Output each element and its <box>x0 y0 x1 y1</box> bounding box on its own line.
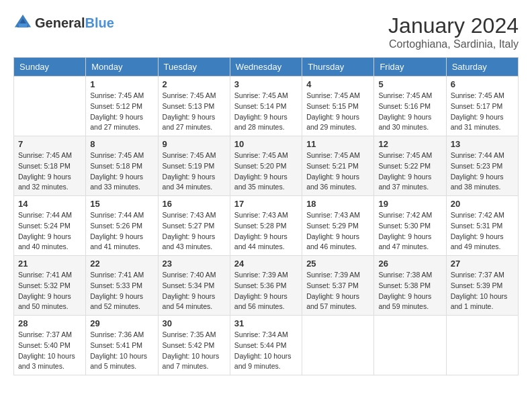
logo-icon <box>13 13 32 32</box>
day-number: 29 <box>90 318 153 328</box>
day-info: Sunrise: 7:45 AMSunset: 5:18 PMDaylight:… <box>90 150 153 193</box>
calendar-cell: 14Sunrise: 7:44 AMSunset: 5:24 PMDayligh… <box>14 196 86 256</box>
calendar-cell: 13Sunrise: 7:44 AMSunset: 5:23 PMDayligh… <box>446 136 518 196</box>
calendar-cell: 30Sunrise: 7:35 AMSunset: 5:42 PMDayligh… <box>158 316 230 375</box>
day-info: Sunrise: 7:44 AMSunset: 5:26 PMDaylight:… <box>90 210 153 253</box>
day-number: 1 <box>90 79 153 89</box>
day-number: 10 <box>234 139 298 149</box>
header-row: SundayMondayTuesdayWednesdayThursdayFrid… <box>14 58 519 77</box>
day-number: 19 <box>378 199 441 209</box>
day-info: Sunrise: 7:34 AMSunset: 5:44 PMDaylight:… <box>234 330 298 372</box>
day-number: 22 <box>90 259 153 269</box>
day-info: Sunrise: 7:45 AMSunset: 5:21 PMDaylight:… <box>306 150 369 193</box>
week-row-0: 1Sunrise: 7:45 AMSunset: 5:12 PMDaylight… <box>14 77 519 136</box>
day-info: Sunrise: 7:45 AMSunset: 5:13 PMDaylight:… <box>163 91 226 133</box>
day-number: 2 <box>163 79 226 89</box>
day-number: 28 <box>18 318 81 328</box>
day-info: Sunrise: 7:42 AMSunset: 5:30 PMDaylight:… <box>378 210 441 253</box>
header-day-saturday: Saturday <box>446 58 518 77</box>
day-info: Sunrise: 7:45 AMSunset: 5:20 PMDaylight:… <box>234 150 298 193</box>
calendar-cell: 22Sunrise: 7:41 AMSunset: 5:33 PMDayligh… <box>86 256 158 316</box>
header-day-wednesday: Wednesday <box>230 58 302 77</box>
location-subtitle: Cortoghiana, Sardinia, Italy <box>388 38 519 50</box>
calendar-cell: 27Sunrise: 7:37 AMSunset: 5:39 PMDayligh… <box>446 256 518 316</box>
day-number: 17 <box>234 199 298 209</box>
day-info: Sunrise: 7:44 AMSunset: 5:24 PMDaylight:… <box>18 210 81 253</box>
calendar-cell: 21Sunrise: 7:41 AMSunset: 5:32 PMDayligh… <box>14 256 86 316</box>
day-info: Sunrise: 7:45 AMSunset: 5:12 PMDaylight:… <box>90 91 153 133</box>
day-number: 11 <box>306 139 369 149</box>
day-number: 27 <box>451 259 514 269</box>
calendar-cell: 9Sunrise: 7:45 AMSunset: 5:19 PMDaylight… <box>158 136 230 196</box>
day-info: Sunrise: 7:41 AMSunset: 5:33 PMDaylight:… <box>90 270 153 312</box>
day-number: 15 <box>90 199 153 209</box>
calendar-cell: 16Sunrise: 7:43 AMSunset: 5:27 PMDayligh… <box>158 196 230 256</box>
day-info: Sunrise: 7:37 AMSunset: 5:39 PMDaylight:… <box>451 270 514 312</box>
calendar-cell: 10Sunrise: 7:45 AMSunset: 5:20 PMDayligh… <box>230 136 302 196</box>
day-number: 13 <box>451 139 514 149</box>
calendar-cell: 2Sunrise: 7:45 AMSunset: 5:13 PMDaylight… <box>158 77 230 136</box>
logo-general-text: General <box>35 15 85 30</box>
calendar-cell: 29Sunrise: 7:36 AMSunset: 5:41 PMDayligh… <box>86 316 158 375</box>
calendar-cell: 23Sunrise: 7:40 AMSunset: 5:34 PMDayligh… <box>158 256 230 316</box>
day-number: 8 <box>90 139 153 149</box>
week-row-2: 14Sunrise: 7:44 AMSunset: 5:24 PMDayligh… <box>14 196 519 256</box>
day-info: Sunrise: 7:43 AMSunset: 5:27 PMDaylight:… <box>163 210 226 253</box>
day-info: Sunrise: 7:38 AMSunset: 5:38 PMDaylight:… <box>378 270 441 312</box>
calendar-cell: 19Sunrise: 7:42 AMSunset: 5:30 PMDayligh… <box>374 196 446 256</box>
calendar-cell <box>446 316 518 375</box>
calendar-cell: 5Sunrise: 7:45 AMSunset: 5:16 PMDaylight… <box>374 77 446 136</box>
calendar-cell: 4Sunrise: 7:45 AMSunset: 5:15 PMDaylight… <box>302 77 374 136</box>
day-number: 18 <box>306 199 369 209</box>
svg-rect-2 <box>18 24 27 28</box>
calendar-cell: 18Sunrise: 7:43 AMSunset: 5:29 PMDayligh… <box>302 196 374 256</box>
header-day-sunday: Sunday <box>14 58 86 77</box>
day-info: Sunrise: 7:45 AMSunset: 5:16 PMDaylight:… <box>378 91 441 133</box>
day-number: 14 <box>18 199 81 209</box>
logo-blue-text: Blue <box>85 15 114 30</box>
week-row-1: 7Sunrise: 7:45 AMSunset: 5:18 PMDaylight… <box>14 136 519 196</box>
week-row-3: 21Sunrise: 7:41 AMSunset: 5:32 PMDayligh… <box>14 256 519 316</box>
calendar-cell: 8Sunrise: 7:45 AMSunset: 5:18 PMDaylight… <box>86 136 158 196</box>
day-info: Sunrise: 7:45 AMSunset: 5:19 PMDaylight:… <box>163 150 226 193</box>
calendar-cell: 28Sunrise: 7:37 AMSunset: 5:40 PMDayligh… <box>14 316 86 375</box>
calendar-table: SundayMondayTuesdayWednesdayThursdayFrid… <box>13 57 519 375</box>
day-number: 7 <box>18 139 81 149</box>
day-number: 16 <box>163 199 226 209</box>
day-number: 9 <box>163 139 226 149</box>
calendar-cell: 17Sunrise: 7:43 AMSunset: 5:28 PMDayligh… <box>230 196 302 256</box>
day-number: 4 <box>306 79 369 89</box>
day-number: 5 <box>378 79 441 89</box>
header-day-monday: Monday <box>86 58 158 77</box>
calendar-body: 1Sunrise: 7:45 AMSunset: 5:12 PMDaylight… <box>14 77 519 375</box>
day-info: Sunrise: 7:42 AMSunset: 5:31 PMDaylight:… <box>451 210 514 253</box>
calendar-cell: 7Sunrise: 7:45 AMSunset: 5:18 PMDaylight… <box>14 136 86 196</box>
header-day-tuesday: Tuesday <box>158 58 230 77</box>
header-day-thursday: Thursday <box>302 58 374 77</box>
title-block: January 2024 Cortoghiana, Sardinia, Ital… <box>388 13 519 50</box>
day-info: Sunrise: 7:39 AMSunset: 5:36 PMDaylight:… <box>234 270 298 312</box>
calendar-cell: 11Sunrise: 7:45 AMSunset: 5:21 PMDayligh… <box>302 136 374 196</box>
day-number: 6 <box>451 79 514 89</box>
day-number: 12 <box>378 139 441 149</box>
day-number: 21 <box>18 259 81 269</box>
week-row-4: 28Sunrise: 7:37 AMSunset: 5:40 PMDayligh… <box>14 316 519 375</box>
day-info: Sunrise: 7:45 AMSunset: 5:18 PMDaylight:… <box>18 150 81 193</box>
day-info: Sunrise: 7:40 AMSunset: 5:34 PMDaylight:… <box>163 270 226 312</box>
calendar-cell <box>302 316 374 375</box>
day-number: 25 <box>306 259 369 269</box>
day-info: Sunrise: 7:43 AMSunset: 5:29 PMDaylight:… <box>306 210 369 253</box>
calendar-cell: 12Sunrise: 7:45 AMSunset: 5:22 PMDayligh… <box>374 136 446 196</box>
calendar-cell: 26Sunrise: 7:38 AMSunset: 5:38 PMDayligh… <box>374 256 446 316</box>
day-number: 20 <box>451 199 514 209</box>
calendar-cell: 3Sunrise: 7:45 AMSunset: 5:14 PMDaylight… <box>230 77 302 136</box>
day-info: Sunrise: 7:43 AMSunset: 5:28 PMDaylight:… <box>234 210 298 253</box>
day-info: Sunrise: 7:45 AMSunset: 5:15 PMDaylight:… <box>306 91 369 133</box>
page-header: GeneralBlue January 2024 Cortoghiana, Sa… <box>13 13 519 50</box>
calendar-cell: 31Sunrise: 7:34 AMSunset: 5:44 PMDayligh… <box>230 316 302 375</box>
month-title: January 2024 <box>388 13 519 38</box>
day-number: 23 <box>163 259 226 269</box>
calendar-cell: 20Sunrise: 7:42 AMSunset: 5:31 PMDayligh… <box>446 196 518 256</box>
day-number: 31 <box>234 318 298 328</box>
calendar-cell: 25Sunrise: 7:39 AMSunset: 5:37 PMDayligh… <box>302 256 374 316</box>
